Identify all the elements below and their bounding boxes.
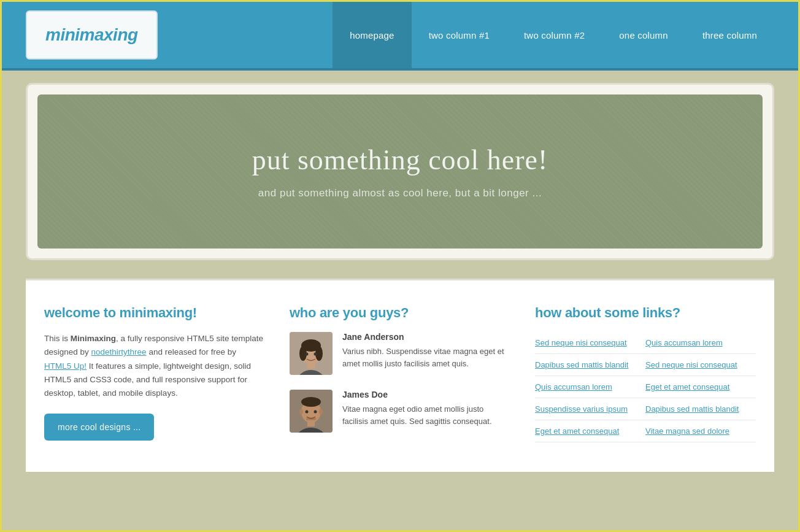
logo: minimaxing	[26, 10, 158, 60]
svg-point-16	[306, 411, 309, 414]
svg-point-13	[301, 397, 321, 407]
link-item[interactable]: Sed neque nisi consequat	[535, 332, 645, 354]
svg-rect-18	[306, 417, 316, 420]
col1-heading: welcome to minimaxing!	[44, 305, 265, 321]
more-designs-button[interactable]: more cool designs ...	[44, 414, 154, 441]
link-item[interactable]: Sed neque nisi consequat	[645, 354, 756, 376]
svg-point-17	[314, 411, 317, 414]
col3-heading: how about some links?	[535, 305, 756, 321]
person1-text: Varius nibh. Suspendisse vitae magna ege…	[342, 345, 510, 370]
link-item[interactable]: Quis accumsan lorem	[645, 332, 756, 354]
hero-banner: put something cool here! and put somethi…	[37, 94, 763, 249]
team-item-jane: Jane Anderson Varius nibh. Suspendisse v…	[290, 332, 510, 375]
avatar-jane	[290, 332, 333, 375]
nav-homepage[interactable]: homepage	[333, 2, 412, 68]
link-item[interactable]: Dapibus sed mattis blandit	[535, 354, 645, 376]
col2-heading: who are you guys?	[290, 305, 510, 321]
svg-point-15	[319, 409, 323, 415]
col1-body: This is Minimaxing, a fully responsive H…	[44, 332, 265, 400]
column-welcome: welcome to minimaxing! This is Minimaxin…	[44, 305, 265, 447]
link-item[interactable]: Eget et amet consequat	[645, 376, 756, 398]
nav-one-column[interactable]: one column	[602, 2, 685, 68]
svg-point-14	[299, 409, 303, 415]
person2-text: Vitae magna eget odio amet mollis justo …	[342, 403, 510, 428]
main-nav: homepage two column #1 two column #2 one…	[333, 2, 774, 68]
avatar-james	[290, 390, 333, 433]
links-grid: Sed neque nisi consequat Quis accumsan l…	[535, 332, 756, 442]
nav-two-column-1[interactable]: two column #1	[412, 2, 507, 68]
link-item[interactable]: Vitae magna sed dolore	[645, 420, 756, 442]
person1-name: Jane Anderson	[342, 332, 510, 342]
svg-point-7	[306, 353, 309, 356]
nav-two-column-2[interactable]: two column #2	[507, 2, 602, 68]
hero-heading: put something cool here!	[62, 144, 738, 176]
person2-name: James Doe	[342, 390, 510, 399]
nav-three-column[interactable]: three column	[685, 2, 774, 68]
hero-wrapper: put something cool here! and put somethi…	[26, 83, 774, 260]
link-item[interactable]: Quis accumsan lorem	[535, 376, 645, 398]
brand-name: Minimaxing	[71, 334, 116, 343]
team-info-james: James Doe Vitae magna eget odio amet mol…	[342, 390, 510, 428]
team-info-jane: Jane Anderson Varius nibh. Suspendisse v…	[342, 332, 510, 370]
logo-text: minimaxing	[45, 25, 138, 44]
column-links: how about some links? Sed neque nisi con…	[535, 305, 756, 447]
link-item[interactable]: Suspendisse varius ipsum	[535, 398, 645, 420]
svg-point-8	[314, 353, 317, 356]
html5up-link[interactable]: HTML5 Up!	[44, 361, 87, 371]
hero-subheading: and put something almost as cool here, b…	[62, 187, 738, 199]
nodethirtythree-link[interactable]: nodethirtythree	[91, 347, 147, 357]
link-item[interactable]: Dapibus sed mattis blandit	[645, 398, 756, 420]
link-item[interactable]: Eget et amet consequat	[535, 420, 645, 442]
team-item-james: James Doe Vitae magna eget odio amet mol…	[290, 390, 510, 433]
column-team: who are you guys?	[290, 305, 510, 447]
